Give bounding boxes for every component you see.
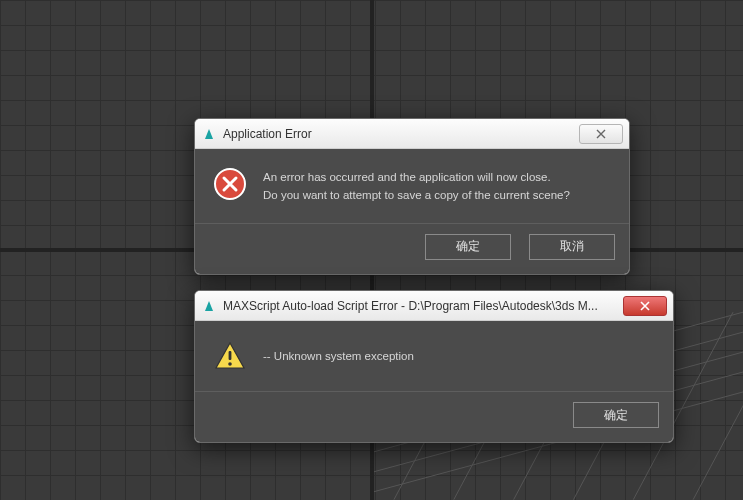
close-button[interactable] [579,124,623,144]
dialog-title: MAXScript Auto-load Script Error - D:\Pr… [223,299,617,313]
app-icon [201,126,217,142]
svg-rect-12 [229,351,232,360]
app-icon [201,298,217,314]
message-line: An error has occurred and the applicatio… [263,169,570,187]
dialog-buttons: 确定 取消 [195,223,629,274]
dialog-content: -- Unknown system exception [195,321,673,391]
dialog-content: An error has occurred and the applicatio… [195,149,629,223]
dialog-titlebar[interactable]: Application Error [195,119,629,149]
maxscript-error-dialog: MAXScript Auto-load Script Error - D:\Pr… [194,290,674,443]
message-line: Do you want to attempt to save a copy of… [263,187,570,205]
close-button[interactable] [623,296,667,316]
application-error-dialog: Application Error An error has occurred … [194,118,630,275]
ok-button[interactable]: 确定 [573,402,659,428]
ok-button[interactable]: 确定 [425,234,511,260]
dialog-titlebar[interactable]: MAXScript Auto-load Script Error - D:\Pr… [195,291,673,321]
error-icon [213,167,247,201]
dialog-buttons: 确定 [195,391,673,442]
message-line: -- Unknown system exception [263,348,414,366]
warning-icon [213,339,247,373]
cancel-button[interactable]: 取消 [529,234,615,260]
dialog-title: Application Error [223,127,573,141]
svg-point-13 [228,362,232,366]
